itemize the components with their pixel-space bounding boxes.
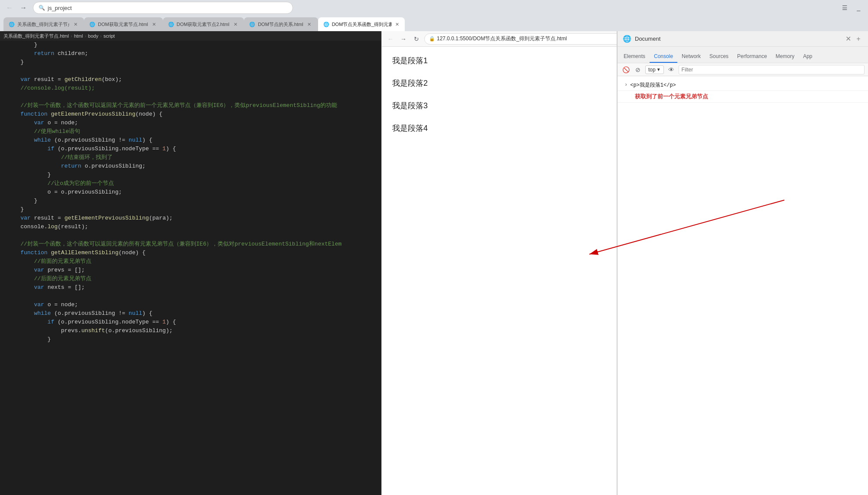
tab-4[interactable]: 🌐 DOM节点的关系.html ✕ (244, 17, 318, 31)
code-line: } (0, 58, 381, 67)
code-line: if (o.previousSibling.nodeType == 1) { (0, 318, 381, 327)
code-line: //使用while语句 (0, 127, 381, 136)
context-dropdown-icon: ▼ (657, 67, 661, 72)
sidebar-toggle-button[interactable]: ☰ (839, 2, 851, 14)
tab-console[interactable]: Console (650, 51, 677, 63)
tab-memory[interactable]: Memory (771, 51, 799, 63)
minimize-button[interactable]: ⎯ (852, 2, 865, 14)
code-line (0, 231, 381, 240)
code-line: return children; (0, 49, 381, 58)
breadcrumb-script: script (104, 33, 115, 39)
tab-1[interactable]: 🌐 关系函数_得到元素子节点.html ✕ (3, 17, 84, 31)
breadcrumb: 关系函数_得到元素子节点.html › html › body › script (0, 31, 381, 41)
tab-4-close[interactable]: ✕ (306, 21, 313, 28)
title-bar: ← → 🔍 js_project ☰ ⎯ (0, 0, 868, 16)
tab-2-close[interactable]: ✕ (151, 21, 158, 28)
url-text: 127.0.0.1:5500/DOM节点关系函数_得到元素子节点.html (437, 35, 567, 42)
tab-5-icon: 🌐 (323, 22, 329, 27)
code-panel: 关系函数_得到元素子节点.html › html › body › script… (0, 31, 381, 495)
preview-refresh-button[interactable]: ↻ (411, 34, 422, 44)
tab-2-label: DOM获取元素节点.html (98, 21, 148, 28)
devtools-new-tab-button[interactable]: + (854, 35, 863, 43)
breadcrumb-body: body (88, 33, 98, 39)
tab-app[interactable]: App (799, 51, 816, 63)
preview-back-button[interactable]: ← (385, 34, 396, 44)
code-line: while (o.previousSibling != null) { (0, 136, 381, 145)
nav-buttons: ← → (3, 2, 29, 14)
code-line: } (0, 197, 381, 205)
devtools-title: Document (635, 36, 660, 42)
context-label: top (648, 67, 656, 73)
filter-toggle-button[interactable]: ⊘ (633, 65, 643, 74)
tab-5[interactable]: 🌐 DOM节点关系函数_得到元素子节点.html ✕ (318, 17, 405, 31)
devtools-globe-icon: 🌐 (623, 35, 631, 43)
clear-console-button[interactable]: 🚫 (621, 65, 631, 74)
code-line (0, 93, 381, 101)
live-expressions-button[interactable]: 👁 (666, 65, 676, 74)
code-line: //让o成为它的前一个节点 (0, 179, 381, 188)
code-line: //封装一个函数，这个函数可以返回元素的所有元素兄弟节点（兼容到IE6），类似对… (0, 240, 381, 249)
code-line: var result = getElementPreviousSibling(p… (0, 214, 381, 223)
console-filter-input[interactable] (679, 65, 865, 74)
tab-1-icon: 🌐 (9, 22, 15, 27)
devtools-close-button[interactable]: ✕ (844, 35, 852, 43)
lock-icon: 🔒 (429, 36, 435, 42)
console-output-text: <p>我是段落1</p> (630, 81, 676, 89)
breadcrumb-file: 关系函数_得到元素子节点.html (3, 33, 69, 39)
back-button[interactable]: ← (3, 2, 16, 14)
code-line: } (0, 171, 381, 179)
code-line (0, 67, 381, 75)
code-line: function getAllElementSibling(node) { (0, 249, 381, 257)
tab-2[interactable]: 🌐 DOM获取元素节点.html ✕ (84, 17, 163, 31)
search-icon: 🔍 (39, 5, 45, 11)
tab-2-icon: 🌐 (89, 22, 95, 27)
tab-3[interactable]: 🌐 DOM获取元素节点2.html ✕ (163, 17, 244, 31)
tab-3-close[interactable]: ✕ (232, 21, 239, 28)
console-entry-1: › <p>我是段落1</p> (618, 80, 868, 91)
tab-elements[interactable]: Elements (619, 51, 650, 63)
code-line: } (0, 41, 381, 49)
code-line: //前面的元素兄弟节点 (0, 257, 381, 266)
tab-network[interactable]: Network (677, 51, 705, 63)
tab-3-icon: 🌐 (168, 22, 174, 27)
code-line: var nexts = []; (0, 283, 381, 292)
console-arrow-icon: › (624, 82, 627, 88)
tab-3-label: DOM获取元素节点2.html (177, 21, 230, 28)
code-line: } (0, 205, 381, 214)
breadcrumb-html: html (74, 33, 83, 39)
tab-4-label: DOM节点的关系.html (258, 21, 303, 28)
tab-1-close[interactable]: ✕ (72, 21, 79, 28)
code-line: prevs.unshift(o.previousSibling); (0, 327, 381, 335)
code-line: console.log(result); (0, 223, 381, 231)
code-line (0, 292, 381, 301)
preview-forward-button[interactable]: → (398, 34, 409, 44)
code-line: return o.previousSibling; (0, 162, 381, 171)
devtools-panel: 🌐 Document ✕ + Elements Console Network … (617, 31, 868, 495)
tab-5-label: DOM节点关系函数_得到元素子节点.html (332, 21, 392, 28)
code-line: var o = node; (0, 301, 381, 309)
tab-sources[interactable]: Sources (705, 51, 733, 63)
tab-performance[interactable]: Performance (733, 51, 771, 63)
tab-4-icon: 🌐 (249, 22, 255, 27)
address-text: js_project (48, 5, 72, 11)
window-controls: ☰ ⎯ (839, 2, 865, 14)
code-line: var result = getChildren(box); (0, 75, 381, 84)
code-editor[interactable]: } return children; } var result = getChi… (0, 41, 381, 495)
code-line: //封装一个函数，这个函数可以返回某个元素的前一个元素兄弟节点（兼容到IE6），… (0, 101, 381, 110)
code-line: //结束循环，找到了 (0, 153, 381, 162)
context-selector[interactable]: top ▼ (645, 65, 664, 74)
console-annotation-text: 获取到了前一个元素兄弟节点 (635, 93, 708, 100)
preview-wrapper: ← → ↻ 🔒 127.0.0.1:5500/DOM节点关系函数_得到元素子节点… (381, 31, 868, 495)
code-line: o = o.previousSibling; (0, 188, 381, 197)
devtools-window-controls: ✕ + (844, 35, 863, 43)
forward-button[interactable]: → (17, 2, 29, 14)
tab-bar: 🌐 关系函数_得到元素子节点.html ✕ 🌐 DOM获取元素节点.html ✕… (0, 16, 868, 31)
code-line: while (o.previousSibling != null) { (0, 309, 381, 318)
code-line: //console.log(result); (0, 84, 381, 93)
code-line: } (0, 335, 381, 344)
address-bar[interactable]: 🔍 js_project (33, 2, 293, 14)
code-line: //后面的元素兄弟节点 (0, 275, 381, 283)
code-line: var prevs = []; (0, 266, 381, 275)
tab-5-close[interactable]: ✕ (394, 21, 399, 28)
main-area: 关系函数_得到元素子节点.html › html › body › script… (0, 31, 868, 495)
